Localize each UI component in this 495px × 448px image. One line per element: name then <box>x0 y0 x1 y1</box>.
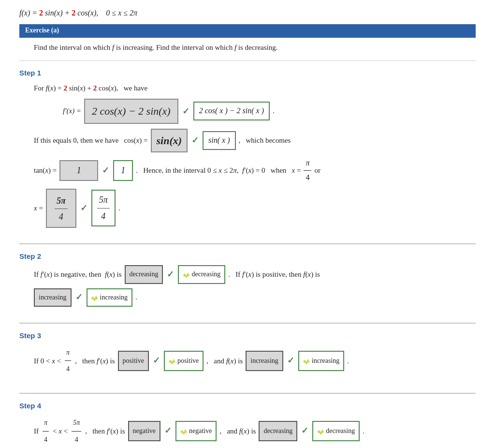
step1-section: Step 1 For f(x) = 2 sin(x) + 2 cos(x), w… <box>19 60 476 237</box>
step1-line1: For f(x) = 2 sin(x) + 2 cos(x), we have <box>34 82 476 95</box>
step4-section: Step 4 If π 4 < x < 5π 4 , then f′(x) is… <box>19 393 476 448</box>
key-icon-5 <box>180 428 187 434</box>
step3-content: If 0 < x < π 4 , then f′(x) is positive … <box>34 344 476 377</box>
cosx-input[interactable]: sin(x) <box>151 129 188 153</box>
exercise-bar: Exercise (a) <box>19 24 476 37</box>
step4-decreasing-answer: decreasing <box>312 421 360 441</box>
step4-decreasing-input[interactable]: decreasing <box>259 421 297 441</box>
step3-increasing-answer: increasing <box>298 351 345 371</box>
hence-label: . Hence, in the interval 0 ≤ x ≤ 2π, f′(… <box>136 164 301 177</box>
step4-if: If <box>34 422 39 440</box>
step3-then: , then f′(x) is <box>75 352 115 370</box>
step4-title: Step 4 <box>19 402 476 410</box>
key-icon-3 <box>169 358 175 364</box>
key-icon-4 <box>303 358 310 364</box>
page: f(x) = 2 sin(x) + 2 cos(x), 0 ≤ x ≤ 2π E… <box>0 0 495 448</box>
step3-increasing-input[interactable]: increasing <box>246 351 283 371</box>
step4-negative-answer: negative <box>175 421 217 441</box>
equals0-pre: If this equals 0, then we have cos(x) = <box>34 134 148 147</box>
key-icon-1 <box>183 271 189 278</box>
step2-pre: If f′(x) is negative, then f(x) is <box>34 267 122 283</box>
step3-dot: . <box>347 352 349 370</box>
step3-pi4: π 4 <box>65 344 71 377</box>
tanx-input[interactable]: 1 <box>59 160 98 180</box>
cosx-answer: sin(x) <box>203 131 235 150</box>
step2-inc-check: ✓ <box>75 288 83 307</box>
x-input[interactable]: 5π 4 <box>46 189 76 228</box>
step1-equals0-line: If this equals 0, then we have cos(x) = … <box>34 129 476 153</box>
step3-title: Step 3 <box>19 331 476 340</box>
step1-tan-line: tan(x) = 1 ✓ 1 . Hence, in the interval … <box>34 156 476 185</box>
step2-line2: increasing ✓ increasing . <box>34 288 476 307</box>
step2-increasing-answer: increasing <box>87 288 133 307</box>
step4-lt-x-lt: < x < <box>53 422 68 440</box>
step2-dec-check: ✓ <box>167 265 174 284</box>
fprime-check: ✓ <box>182 104 189 119</box>
step3-line1: If 0 < x < π 4 , then f′(x) is positive … <box>34 344 476 377</box>
step4-and: , and f(x) is <box>219 422 256 440</box>
step4-then: , then f′(x) is <box>85 422 125 440</box>
exercise-question: Find the interval on which f is increasi… <box>34 44 476 52</box>
step4-dec-check: ✓ <box>301 420 308 441</box>
tanx-label: tan(x) = <box>34 164 57 177</box>
step3-pos-check: ✓ <box>153 350 160 371</box>
which-becomes: , which becomes <box>239 134 291 147</box>
for-label: For f(x) = 2 sin(x) + 2 cos(x), we have <box>34 82 147 95</box>
key-icon-2 <box>91 294 98 301</box>
step4-content: If π 4 < x < 5π 4 , then f′(x) is negati… <box>34 415 476 448</box>
step4-pi4-left: π 4 <box>43 415 49 448</box>
step2-dot: . <box>135 289 137 305</box>
step2-decreasing-input[interactable]: decreasing <box>125 265 163 284</box>
step4-line1: If π 4 < x < 5π 4 , then f′(x) is negati… <box>34 415 476 448</box>
step4-neg-check: ✓ <box>164 420 172 441</box>
key-icon-6 <box>317 428 324 434</box>
step2-increasing-input[interactable]: increasing <box>34 288 72 307</box>
step3-and: , and f(x) is <box>206 352 243 370</box>
x-answer: 5π 4 <box>91 190 116 226</box>
step1-fprime-line: f′(x) = 2 cos(x) − 2 sin(x) ✓ 2 cos(x) −… <box>63 99 476 124</box>
step3-positive-answer: positive <box>164 351 204 371</box>
step2-mid: . If f′(x) is positive, then f(x) is <box>228 267 320 283</box>
fprime-label: f′(x) = <box>63 105 81 118</box>
fprime-answer: 2 cos(x) − 2 sin(x) <box>193 102 270 120</box>
or-label: or <box>314 164 320 177</box>
step4-5pi4: 5π 4 <box>72 415 81 448</box>
tanx-answer: 1 <box>113 160 133 180</box>
blue-divider <box>19 37 476 38</box>
cosx-check: ✓ <box>191 133 199 148</box>
pi-over-4: π 4 <box>304 156 311 185</box>
fprime-dot: . <box>273 105 275 118</box>
fprime-input[interactable]: 2 cos(x) − 2 sin(x) <box>84 99 178 124</box>
tanx-check: ✓ <box>102 163 109 178</box>
step1-content: For f(x) = 2 sin(x) + 2 cos(x), we have … <box>34 82 476 228</box>
step3-pre: If 0 < x < <box>34 352 61 370</box>
step3-positive-input[interactable]: positive <box>118 351 149 371</box>
step2-decreasing-answer: decreasing <box>178 265 225 284</box>
step4-dot: . <box>363 422 364 440</box>
step3-section: Step 3 If 0 < x < π 4 , then f′(x) is po… <box>19 323 476 386</box>
step2-section: Step 2 If f′(x) is negative, then f(x) i… <box>19 244 476 316</box>
step4-negative-input[interactable]: negative <box>128 421 160 441</box>
step1-x-line: x = 5π 4 ✓ 5π 4 . <box>34 189 476 228</box>
step2-content: If f′(x) is negative, then f(x) is decre… <box>34 265 476 307</box>
step2-title: Step 2 <box>19 252 476 260</box>
step3-inc-check: ✓ <box>287 350 294 371</box>
x-dot: . <box>118 202 120 215</box>
main-formula: f(x) = 2 sin(x) + 2 cos(x), 0 ≤ x ≤ 2π <box>19 9 476 17</box>
step2-line1: If f′(x) is negative, then f(x) is decre… <box>34 265 476 284</box>
x-equals-label: x = <box>34 202 43 215</box>
x-check: ✓ <box>80 200 87 216</box>
step1-title: Step 1 <box>19 69 476 77</box>
